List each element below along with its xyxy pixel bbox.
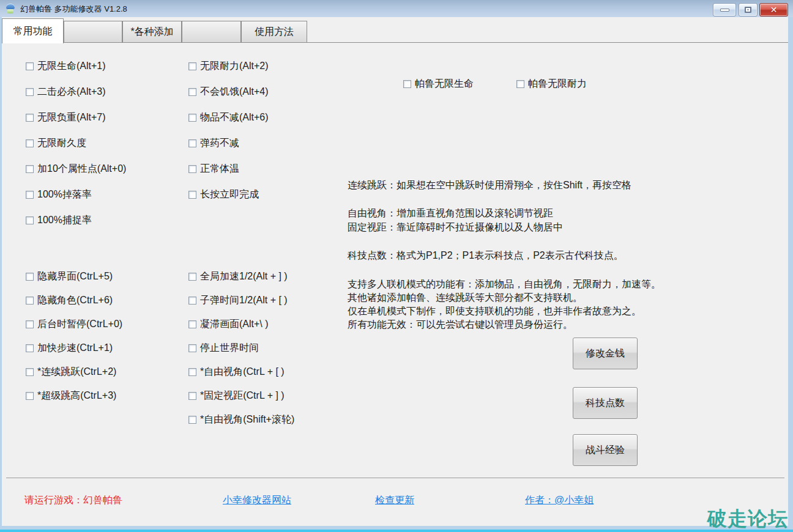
tech-points-button[interactable]: 科技点数: [573, 387, 638, 419]
checkbox-100-capture-rate[interactable]: 100%捕捉率: [26, 207, 126, 233]
checkbox-icon[interactable]: [26, 62, 34, 70]
checkbox-no-hunger[interactable]: 不会饥饿(Alt+4): [188, 79, 269, 105]
checkbox-global-speed[interactable]: 全局加速1/2(Alt + ] ): [188, 265, 294, 289]
tab-usage[interactable]: 使用方法: [241, 21, 307, 42]
checkbox-pal-unlimited-stamina[interactable]: 帕鲁无限耐力: [516, 78, 587, 90]
checkbox-label: 长按立即完成: [200, 188, 259, 201]
checkbox-icon[interactable]: [26, 273, 34, 281]
checkbox-label: 不会饥饿(Alt+4): [200, 86, 269, 98]
tab-various-add[interactable]: *各种添加: [122, 21, 182, 42]
checkbox-icon[interactable]: [403, 80, 411, 88]
tab-empty-2[interactable]: [182, 21, 241, 42]
minimize-button[interactable]: [713, 3, 736, 17]
checkbox-icon[interactable]: [26, 297, 34, 305]
checkbox-unlimited-stamina[interactable]: 无限耐力(Alt+2): [188, 53, 269, 79]
checkbox-label: 100%捕捉率: [37, 214, 92, 227]
maximize-button[interactable]: [739, 3, 758, 17]
modify-money-button[interactable]: 修改金钱: [573, 338, 638, 369]
checkbox-two-hit-kill[interactable]: 二击必杀(Alt+3): [26, 79, 126, 105]
checkbox-label: 无限负重(Alt+7): [37, 111, 106, 124]
checkbox-label: 隐藏界面(CtrL+5): [37, 270, 113, 283]
checkbox-label: 无限耐久度: [37, 137, 86, 150]
checkbox-label: 无限生命(Alt+1): [37, 60, 106, 73]
checkbox-icon[interactable]: [188, 416, 196, 424]
tab-empty-1[interactable]: [64, 21, 122, 42]
checkbox-icon[interactable]: [188, 191, 196, 199]
checkbox-icon[interactable]: [188, 88, 196, 96]
website-link[interactable]: 小幸修改器网站: [223, 494, 291, 507]
battle-exp-button[interactable]: 战斗经验: [573, 434, 638, 466]
checkbox-icon[interactable]: [26, 368, 34, 376]
checkbox-icon[interactable]: [188, 344, 196, 352]
checkbox-icon[interactable]: [26, 88, 34, 96]
checkbox-normal-temperature[interactable]: 正常体温: [188, 156, 269, 182]
check-update-link[interactable]: 检查更新: [375, 494, 414, 507]
checkbox-freeze-frame[interactable]: 凝滞画面(Alt+\ ): [188, 312, 294, 336]
checkbox-icon[interactable]: [188, 297, 196, 305]
checkbox-pal-unlimited-hp[interactable]: 帕鲁无限生命: [403, 78, 474, 90]
checkbox-faster-walk-speed[interactable]: 加快步速(CtrL+1): [26, 336, 122, 360]
checkbox-icon[interactable]: [188, 368, 196, 376]
checkbox-label: *固定视距(CtrL + ] ): [200, 390, 285, 402]
checkbox-free-camera-wheel[interactable]: *自由视角(Shift+滚轮): [188, 408, 294, 432]
checkbox-icon[interactable]: [188, 139, 196, 147]
checkbox-group-col1-bottom: 隐藏界面(CtrL+5) 隐藏角色(CtrL+6) 后台时暂停(CtrL+0) …: [26, 265, 122, 408]
checkbox-items-no-decrease[interactable]: 物品不减(Alt+6): [188, 105, 269, 130]
checkbox-free-camera-ctrl[interactable]: *自由视角(CtrL + [ ): [188, 360, 294, 384]
checkbox-stop-world-time[interactable]: 停止世界时间: [188, 336, 294, 360]
checkbox-icon[interactable]: [188, 392, 196, 400]
checkbox-icon[interactable]: [26, 114, 34, 122]
checkbox-icon[interactable]: [26, 139, 34, 147]
checkbox-unlimited-durability[interactable]: 无限耐久度: [26, 130, 126, 156]
checkbox-icon[interactable]: [188, 114, 196, 122]
button-label: 修改金钱: [586, 347, 625, 360]
checkbox-group-col2-top: 无限耐力(Alt+2) 不会饥饿(Alt+4) 物品不减(Alt+6) 弹药不减…: [188, 53, 269, 207]
checkbox-hide-ui[interactable]: 隐藏界面(CtrL+5): [26, 265, 122, 289]
checkbox-label: 帕鲁无限耐力: [528, 78, 587, 91]
checkbox-label: 正常体温: [200, 163, 239, 175]
checkbox-icon[interactable]: [188, 273, 196, 281]
checkbox-label: 加10个属性点(Alt+0): [37, 163, 126, 175]
checkbox-instant-hold-complete[interactable]: 长按立即完成: [188, 182, 269, 207]
checkbox-add-10-stat-points[interactable]: 加10个属性点(Alt+0): [26, 156, 126, 182]
author-link[interactable]: 作者：@小幸姐: [525, 494, 594, 507]
app-icon: [6, 4, 15, 13]
checkbox-label: 隐藏角色(CtrL+6): [37, 294, 113, 307]
checkbox-pause-in-background[interactable]: 后台时暂停(CtrL+0): [26, 312, 122, 336]
checkbox-icon[interactable]: [188, 62, 196, 70]
checkbox-bullet-time[interactable]: 子弹时间1/2(Alt + [ ): [188, 289, 294, 312]
tab-label: 使用方法: [255, 26, 294, 39]
tab-common-functions[interactable]: 常用功能: [2, 18, 64, 43]
checkbox-icon[interactable]: [188, 165, 196, 173]
checkbox-icon[interactable]: [26, 216, 34, 224]
checkbox-hide-character[interactable]: 隐藏角色(CtrL+6): [26, 289, 122, 312]
checkbox-unlimited-hp[interactable]: 无限生命(Alt+1): [26, 53, 126, 79]
button-label: 科技点数: [586, 397, 625, 410]
checkbox-label: 物品不减(Alt+6): [200, 111, 269, 124]
checkbox-icon[interactable]: [26, 344, 34, 352]
checkbox-label: *自由视角(Shift+滚轮): [200, 413, 294, 426]
close-button[interactable]: ✕: [759, 3, 788, 17]
checkbox-icon[interactable]: [26, 392, 34, 400]
minimize-icon: [720, 9, 729, 12]
checkbox-label: 无限耐力(Alt+2): [200, 60, 269, 73]
info-text-hotkey-help: 连续跳跃：如果想在空中跳跃时使用滑翔伞，按住Shift，再按空格 自由视角：增加…: [348, 178, 631, 262]
close-icon: ✕: [770, 6, 778, 14]
maximize-icon: [745, 7, 751, 13]
checkbox-label: 子弹时间1/2(Alt + [ ): [200, 294, 288, 307]
checkbox-icon[interactable]: [516, 80, 524, 88]
checkbox-multi-jump[interactable]: *连续跳跃(CtrL+2): [26, 360, 122, 384]
checkbox-label: 二击必杀(Alt+3): [37, 86, 106, 98]
checkbox-label: 停止世界时间: [200, 342, 259, 355]
checkbox-unlimited-weight[interactable]: 无限负重(Alt+7): [26, 105, 126, 130]
checkbox-ammo-no-decrease[interactable]: 弹药不减: [188, 130, 269, 156]
checkbox-100-drop-rate[interactable]: 100%掉落率: [26, 182, 126, 207]
button-label: 战斗经验: [586, 444, 625, 457]
checkbox-icon[interactable]: [26, 191, 34, 199]
checkbox-icon[interactable]: [26, 165, 34, 173]
checkbox-label: 全局加速1/2(Alt + ] ): [200, 270, 288, 283]
checkbox-icon[interactable]: [188, 320, 196, 328]
checkbox-fixed-camera-distance[interactable]: *固定视距(CtrL + ] ): [188, 384, 294, 408]
checkbox-icon[interactable]: [26, 320, 34, 328]
checkbox-super-jump[interactable]: *超级跳高(CtrL+3): [26, 384, 122, 408]
